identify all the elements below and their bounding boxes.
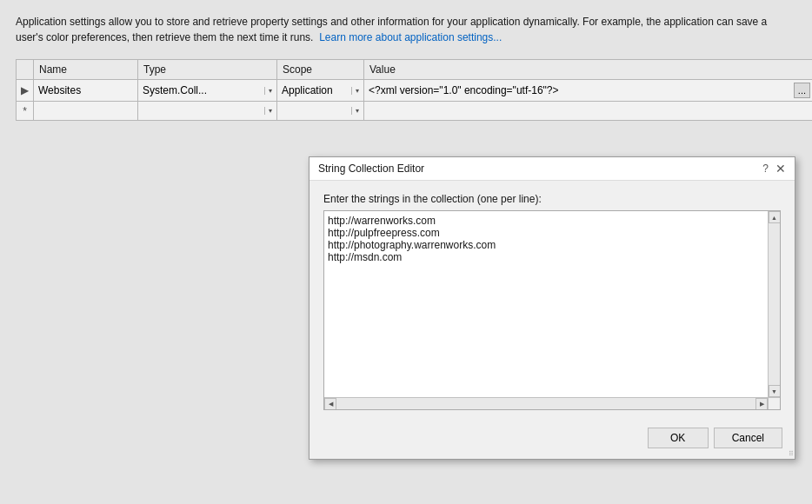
modal-overlay: String Collection Editor ? ✕ Enter the s… — [0, 0, 812, 504]
horizontal-scrollbar[interactable]: ◀ ▶ — [324, 397, 768, 409]
resize-grip[interactable]: ⠿ — [784, 448, 795, 459]
dialog-help-button[interactable]: ? — [762, 162, 769, 175]
scroll-corner — [768, 397, 780, 409]
dialog-instruction-label: Enter the strings in the collection (one… — [323, 193, 781, 205]
scroll-track-horizontal[interactable] — [336, 398, 755, 409]
scroll-left-button[interactable]: ◀ — [324, 398, 336, 410]
string-collection-dialog: String Collection Editor ? ✕ Enter the s… — [309, 156, 795, 460]
dialog-controls: ? ✕ — [762, 162, 786, 175]
dialog-titlebar: String Collection Editor ? ✕ — [309, 157, 795, 181]
scroll-track-vertical[interactable] — [769, 223, 780, 385]
dialog-footer: OK Cancel — [309, 421, 795, 459]
scroll-up-button[interactable]: ▲ — [769, 211, 781, 223]
cancel-button[interactable]: Cancel — [714, 428, 782, 448]
vertical-scrollbar[interactable]: ▲ ▼ — [768, 211, 780, 397]
dialog-close-button[interactable]: ✕ — [775, 162, 786, 175]
scroll-down-button[interactable]: ▼ — [769, 385, 781, 397]
dialog-title: String Collection Editor — [318, 162, 424, 175]
scroll-right-button[interactable]: ▶ — [755, 398, 768, 410]
string-collection-textarea[interactable]: http://warrenworks.com http://pulpfreepr… — [324, 211, 768, 397]
string-collection-editor-wrapper: http://warrenworks.com http://pulpfreepr… — [323, 210, 781, 410]
dialog-body: Enter the strings in the collection (one… — [309, 181, 795, 421]
ok-button[interactable]: OK — [648, 428, 709, 448]
